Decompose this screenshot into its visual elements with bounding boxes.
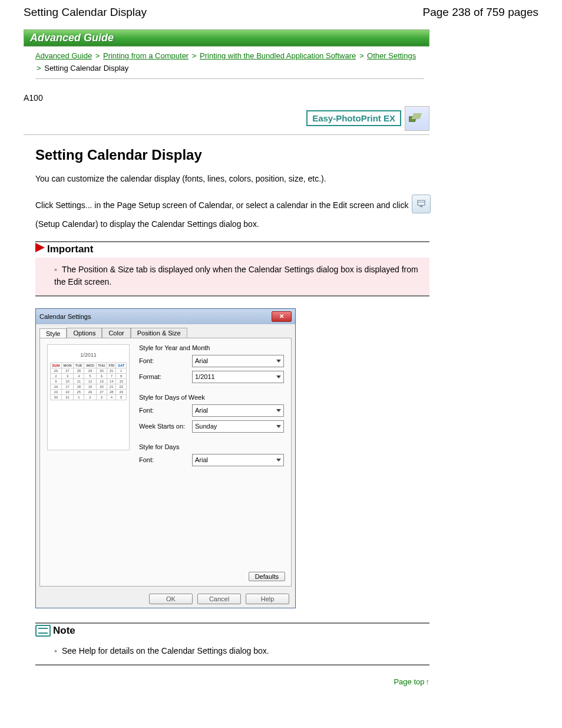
important-body: The Position & Size tab is displayed onl… [54,265,418,286]
important-callout: Important The Position & Size tab is dis… [35,241,429,297]
group-year-month: Style for Year and Month [139,344,284,351]
chevron-down-icon [276,425,281,428]
chevron-down-icon [276,459,281,462]
chevron-down-icon [276,375,281,378]
cancel-button[interactable]: Cancel [197,594,241,604]
page-title: Setting Calendar Display [24,6,147,19]
help-button[interactable]: Help [246,594,289,604]
page-top-link[interactable]: Page top [394,677,429,686]
page-number: Page 238 of 759 pages [422,6,538,19]
font-select-ym[interactable]: Arial [192,355,284,367]
paragraph: Click Settings... in the Page Setup scre… [35,195,538,232]
tab-options[interactable]: Options [67,328,102,338]
calendar-preview: 1/2011 SUNMONTUEWEDTHUFRISAT262728293031… [47,344,130,450]
heading: Setting Calendar Display [35,147,538,163]
font-select-days[interactable]: Arial [192,454,284,466]
font-label: Font: [139,456,192,463]
breadcrumb-current: Setting Calendar Display [44,64,128,73]
note-title: Note [53,625,75,637]
week-starts-select[interactable]: Sunday [192,420,284,433]
note-callout: Note See Help for details on the Calenda… [35,622,429,666]
breadcrumb-link[interactable]: Other Settings [367,51,416,60]
app-badge: Easy-PhotoPrint EX [306,110,401,126]
ok-button[interactable]: OK [149,594,193,604]
note-icon [35,625,51,637]
group-days-of-week: Style for Days of Week [139,394,284,401]
tab-position-size[interactable]: Position & Size [131,328,187,338]
breadcrumb: Advanced Guide > Printing from a Compute… [35,50,424,79]
note-body: See Help for details on the Calendar Set… [54,646,269,655]
app-badge-icon [405,106,429,131]
doc-code: A100 [24,93,538,103]
chevron-down-icon [276,360,281,363]
defaults-button[interactable]: Defaults [249,572,285,581]
breadcrumb-link[interactable]: Printing from a Computer [103,51,189,60]
font-label: Font: [139,357,192,364]
svg-rect-1 [412,113,422,119]
dialog-title: Calendar Settings [39,313,91,320]
important-title: Important [47,243,93,255]
tab-color[interactable]: Color [102,328,130,338]
flag-icon [35,243,45,252]
format-label: Format: [139,373,192,380]
font-select-dow[interactable]: Arial [192,404,284,417]
font-label: Font: [139,407,192,414]
calendar-settings-dialog: Calendar Settings ✕ Style Options Color … [35,308,296,608]
close-button[interactable]: ✕ [272,311,292,322]
breadcrumb-link[interactable]: Printing with the Bundled Application So… [200,51,356,60]
svg-rect-2 [418,200,425,205]
chevron-down-icon [276,409,281,412]
tab-style[interactable]: Style [39,328,67,338]
guide-banner: Advanced Guide [24,29,429,47]
breadcrumb-link[interactable]: Advanced Guide [35,51,92,60]
paragraph: You can customize the calendar display (… [35,173,538,185]
setup-calendar-icon [412,195,431,213]
format-select[interactable]: 1/2011 [192,371,284,383]
week-starts-label: Week Starts on: [139,423,192,430]
group-days: Style for Days [139,443,284,450]
